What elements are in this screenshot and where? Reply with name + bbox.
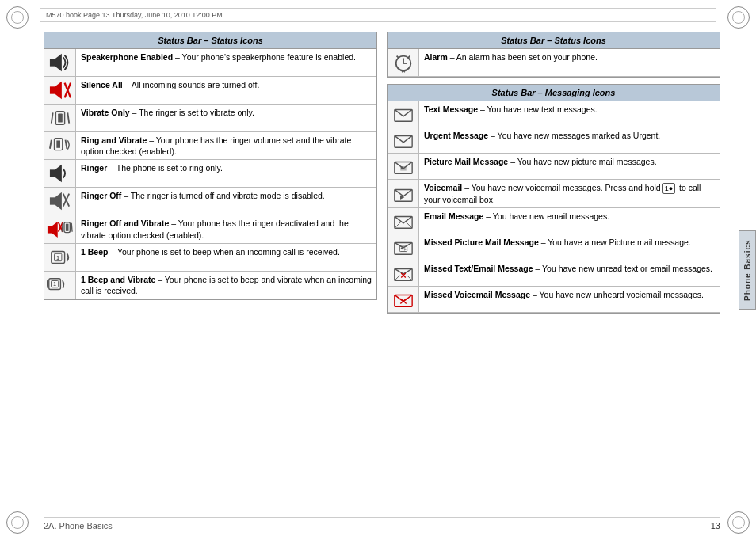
svg-line-52: [394, 222, 399, 228]
bold-label: Speakerphone Enabled: [81, 52, 173, 62]
bold-label: Vibrate Only: [81, 108, 130, 117]
bold-label: Ringer Off and Vibrate: [81, 219, 169, 228]
bold-label: Missed Text/Email Message: [424, 264, 533, 273]
bold-label: Ring and Vibrate: [81, 135, 147, 145]
icon-cell: 1: [44, 272, 76, 299]
svg-marker-1: [55, 54, 61, 71]
svg-line-8: [51, 112, 52, 123]
table-row: Missed Picture Mail Message – You have a…: [388, 234, 720, 260]
svg-line-13: [65, 140, 67, 149]
icon-cell: [388, 49, 419, 76]
table-row: Vibrate Only – The ringer is set to vibr…: [44, 105, 376, 132]
svg-rect-25: [66, 223, 69, 230]
text-cell: Picture Mail Message – You have new pict…: [419, 154, 720, 179]
text-cell: Missed Picture Mail Message – You have a…: [419, 234, 720, 260]
svg-rect-16: [49, 198, 55, 205]
right-bottom-table-header: Status Bar – Messaging Icons: [388, 85, 720, 101]
text-cell: Vibrate Only – The ringer is set to vibr…: [76, 105, 376, 131]
text-cell: Speakerphone Enabled – Your phone's spea…: [76, 49, 376, 76]
svg-marker-21: [52, 221, 57, 237]
table-row: Speakerphone Enabled – Your phone's spea…: [44, 49, 376, 77]
footer-right: 13: [711, 521, 720, 530]
left-table: Status Bar – Status Icons Speakerphone E…: [44, 32, 377, 300]
icon-cell: [388, 101, 419, 127]
icon-cell: [388, 287, 419, 312]
table-row: Picture Mail Message – You have new pict…: [388, 154, 720, 180]
text-cell: Silence All – All incoming sounds are tu…: [76, 77, 376, 104]
text-cell: Email Message – You have new email messa…: [419, 208, 720, 234]
left-table-header: Status Bar – Status Icons: [44, 32, 377, 49]
svg-rect-11: [56, 141, 60, 148]
text-cell: Voicemail – You have new voicemail messa…: [419, 180, 720, 207]
icon-cell: !: [388, 127, 419, 153]
svg-rect-14: [49, 170, 55, 177]
icon-cell: 1: [44, 244, 76, 271]
icon-cell: [44, 49, 76, 76]
key-symbol: 1●: [662, 183, 675, 194]
page: M570.book Page 13 Thursday, June 10, 201…: [0, 0, 756, 540]
svg-marker-17: [55, 192, 61, 210]
bold-label: Ringer Off: [81, 191, 121, 200]
right-bottom-table: Status Bar – Messaging Icons Text Messag…: [387, 84, 720, 314]
table-row: Email Message – You have new email messa…: [388, 208, 720, 234]
left-column: Status Bar – Status Icons Speakerphone E…: [44, 32, 377, 512]
table-row: 1 1 Beep – Your phone is set to beep whe…: [44, 244, 376, 272]
footer: 2A. Phone Basics 13: [44, 517, 720, 530]
svg-point-56: [400, 248, 403, 250]
table-row: Ringer Off – The ringer is turned off an…: [44, 188, 376, 215]
bold-label: Text Message: [424, 105, 478, 114]
header-text: M570.book Page 13 Thursday, June 10, 201…: [46, 11, 223, 19]
corner-deco-tl-inner: [11, 11, 24, 24]
bold-label: Missed Picture Mail Message: [424, 238, 539, 247]
side-tab-label: Phone Basics: [743, 239, 752, 301]
main-content: Status Bar – Status Icons Speakerphone E…: [44, 32, 720, 512]
svg-text:1: 1: [56, 254, 59, 260]
svg-line-9: [67, 112, 69, 123]
icon-cell: [388, 154, 419, 179]
table-row: Missed Voicemail Message – You have new …: [388, 287, 720, 313]
bold-label: Ringer: [81, 163, 107, 173]
header-bar: M570.book Page 13 Thursday, June 10, 201…: [40, 8, 716, 22]
text-cell: Urgent Message – You have new messages m…: [419, 127, 720, 153]
text-cell: Ringer Off – The ringer is turned off an…: [76, 188, 376, 215]
bold-label: Email Message: [424, 211, 483, 221]
icon-cell: ▶: [388, 180, 419, 207]
footer-left: 2A. Phone Basics: [44, 521, 711, 530]
svg-line-12: [49, 140, 51, 149]
svg-text:1: 1: [53, 281, 56, 287]
text-cell: 1 Beep and Vibrate – Your phone is set t…: [76, 272, 376, 299]
text-cell: 1 Beep – Your phone is set to beep when …: [76, 244, 376, 271]
text-cell: Ring and Vibrate – Your phone has the ri…: [76, 132, 376, 159]
right-column: Status Bar – Status Icons Alarm – An ala…: [387, 32, 720, 512]
svg-rect-7: [58, 113, 63, 122]
svg-rect-0: [49, 59, 55, 66]
svg-line-26: [62, 222, 63, 231]
svg-point-48: [400, 166, 403, 169]
bold-label: Voicemail: [424, 183, 462, 192]
text-cell: Ringer Off and Vibrate – Your phone has …: [76, 215, 376, 242]
svg-rect-2: [49, 86, 55, 93]
table-row: Missed Text/Email Message – You have new…: [388, 260, 720, 287]
icon-cell: [44, 215, 76, 242]
right-top-table: Status Bar – Status Icons Alarm – An ala…: [387, 32, 720, 78]
corner-deco-br-inner: [732, 516, 745, 529]
table-row: ▶ Voicemail – You have new voicemail mes…: [388, 180, 720, 208]
table-row: 1 1 Beep and Vibrate – Your phone is set…: [44, 272, 376, 299]
table-row: ! Urgent Message – You have new messages…: [388, 127, 720, 154]
side-tab: Phone Basics: [739, 230, 756, 310]
icon-cell: [44, 132, 76, 159]
bold-label: Urgent Message: [424, 131, 488, 140]
svg-line-60: [407, 276, 412, 281]
svg-marker-57: [403, 248, 407, 251]
bold-label: Picture Mail Message: [424, 157, 508, 166]
icon-cell: [388, 208, 419, 234]
corner-deco-bl-inner: [11, 516, 24, 529]
table-row: Ring and Vibrate – Your phone has the ri…: [44, 132, 376, 160]
bold-label: Missed Voicemail Message: [424, 290, 530, 299]
text-cell: Alarm – An alarm has been set on your ph…: [419, 49, 720, 76]
svg-line-34: [47, 280, 48, 287]
text-cell: Missed Voicemail Message – You have new …: [419, 287, 720, 312]
table-row: Ringer Off and Vibrate – Your phone has …: [44, 215, 376, 243]
table-row: Ringer – The phone is set to ring only.: [44, 160, 376, 188]
corner-deco-tr-inner: [732, 11, 745, 24]
